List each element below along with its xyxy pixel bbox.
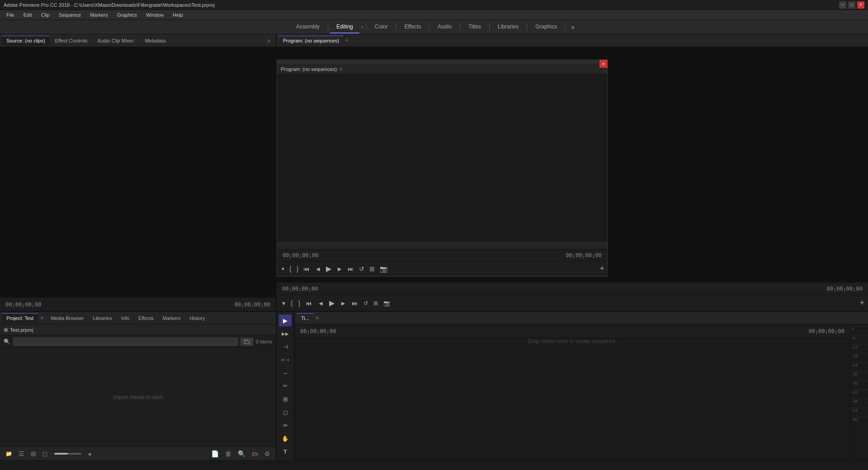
menu-window[interactable]: Window	[142, 11, 167, 19]
list-view-button[interactable]: ☰	[17, 449, 26, 458]
project-search-input[interactable]	[13, 338, 238, 346]
program-panel-tabs: Program: (no sequences) ≡	[277, 34, 868, 47]
tab-program[interactable]: Program: (no sequences)	[278, 36, 344, 45]
ctrl-play-btn[interactable]: ▶	[327, 298, 336, 308]
tab-history[interactable]: History	[185, 314, 209, 323]
program-monitor-close-btn[interactable]: ×	[599, 60, 608, 68]
new-item-button[interactable]: 📄	[209, 449, 221, 458]
close-window-button[interactable]: ×	[857, 1, 864, 9]
new-bin-button[interactable]: 📁	[4, 450, 14, 458]
ctrl-step-back-btn[interactable]: ◄	[316, 299, 326, 308]
freeform-button[interactable]: ◻	[41, 449, 50, 458]
zoom-slider[interactable]	[54, 453, 81, 455]
tab-divider-2	[366, 24, 367, 30]
tab-timeline[interactable]: Ti...	[297, 313, 314, 323]
tab-markers[interactable]: Markers	[158, 314, 185, 323]
pm-ctrl-safe[interactable]: ⊞	[368, 264, 377, 273]
ctrl-safe-margins-btn[interactable]: ⊞	[372, 299, 380, 307]
tool-slip[interactable]: ⊞	[279, 393, 292, 405]
scale-48: -48	[850, 399, 868, 408]
pm-ctrl-play[interactable]: ▶	[324, 263, 333, 274]
pm-ctrl-in[interactable]: {	[288, 264, 293, 273]
program-monitor-header: Program: (no sequences) ≡	[277, 64, 607, 75]
tool-pen[interactable]: ✏	[279, 419, 292, 431]
import-media-button[interactable]: 🗀	[241, 338, 253, 346]
clear-button[interactable]: 🗑	[223, 449, 233, 458]
tab-graphics[interactable]: Graphics	[529, 21, 563, 33]
workspace-more-button[interactable]: »	[567, 22, 578, 33]
maximize-button[interactable]: □	[848, 1, 855, 9]
pm-ctrl-export[interactable]: 📷	[378, 264, 389, 273]
timeline-close-btn[interactable]: ×	[316, 315, 319, 321]
program-panel-menu[interactable]: ≡	[344, 38, 350, 43]
program-add-button[interactable]: +	[859, 298, 864, 308]
tool-select[interactable]: ▶	[279, 315, 292, 326]
tool-ripple[interactable]: ⊣	[279, 341, 292, 352]
ctrl-go-in-btn[interactable]: ⏮	[304, 299, 314, 308]
ctrl-export-frame-btn[interactable]: 📷	[382, 299, 392, 307]
tab-audio[interactable]: Audio	[431, 21, 458, 33]
pm-ctrl-loop[interactable]: ↺	[357, 264, 366, 273]
project-menu-icon[interactable]: ≡	[38, 315, 46, 320]
pm-ctrl-step-fwd[interactable]: ►	[335, 264, 344, 273]
tool-rolling[interactable]: ⊢⊣	[279, 354, 292, 366]
folder-button[interactable]: 🗁	[250, 449, 260, 458]
menu-file[interactable]: File	[3, 11, 18, 19]
find-button[interactable]: 🔍	[236, 449, 247, 458]
settings-button[interactable]: ⚙	[263, 449, 272, 458]
tab-editing[interactable]: Editing	[330, 21, 359, 33]
tool-slide[interactable]: ◻	[279, 406, 292, 418]
menu-edit[interactable]: Edit	[20, 11, 36, 19]
ctrl-loop-btn[interactable]: ↺	[362, 299, 370, 307]
ctrl-step-fwd-btn[interactable]: ►	[338, 299, 348, 308]
tab-effect-controls[interactable]: Effect Controls	[51, 36, 92, 45]
tab-libraries[interactable]: Libraries	[491, 21, 525, 33]
app-container: Adobe Premiere Pro CC 2018 - C:\Users\XM…	[0, 0, 868, 470]
tool-razor[interactable]: ✂	[279, 380, 292, 392]
menu-clip[interactable]: Clip	[38, 11, 53, 19]
menu-help[interactable]: Help	[169, 11, 187, 19]
tool-track-select[interactable]: ▶▶	[279, 328, 292, 339]
source-timecode-right: 00;00;00;00	[235, 301, 270, 308]
tab-metadata[interactable]: Metadata	[141, 36, 170, 45]
pm-ctrl-out[interactable]: }	[295, 264, 301, 273]
tool-rate-stretch[interactable]: ↔	[279, 367, 292, 379]
tool-hand[interactable]: ✋	[279, 432, 292, 444]
pm-ctrl-step-back[interactable]: ◄	[313, 264, 323, 273]
menu-sequence[interactable]: Sequence	[55, 11, 85, 19]
zoom-out-button[interactable]: ◂	[86, 449, 93, 458]
import-media-text: Import media to start	[113, 394, 163, 400]
tab-effects[interactable]: Effects	[398, 21, 427, 33]
menu-bar: File Edit Clip Sequence Markers Graphics…	[0, 10, 868, 20]
tab-media-browser[interactable]: Media Browser	[46, 314, 88, 323]
pm-ctrl-marker[interactable]: ▾	[280, 265, 286, 273]
pm-ctrl-go-out[interactable]: ⏭	[346, 264, 356, 273]
minimize-button[interactable]: ─	[839, 1, 846, 9]
ctrl-in-btn[interactable]: {	[289, 299, 295, 308]
tool-type[interactable]: T	[279, 446, 292, 457]
tab-libraries[interactable]: Libraries	[89, 314, 117, 323]
ctrl-go-out-btn[interactable]: ⏭	[350, 299, 360, 308]
pm-add-button[interactable]: +	[599, 264, 604, 273]
project-file-header: ▣ Test.prproj	[0, 324, 276, 335]
tab-source[interactable]: Source: (no clips)	[2, 36, 50, 45]
pm-ctrl-go-in[interactable]: ⏮	[302, 264, 311, 273]
icon-view-button[interactable]: ⊞	[29, 449, 38, 458]
menu-markers[interactable]: Markers	[86, 11, 112, 19]
tab-project[interactable]: Project: Test	[2, 313, 38, 323]
ctrl-out-btn[interactable]: }	[297, 299, 302, 308]
tab-audio-clip-mixer[interactable]: Audio Clip Mixer:	[93, 36, 140, 45]
scale-18: -18	[850, 353, 868, 362]
program-monitor-menu-icon[interactable]: ≡	[340, 66, 342, 71]
project-panel: Project: Test ≡ Media Browser Libraries …	[0, 312, 277, 460]
tab-assembly[interactable]: Assembly	[290, 21, 326, 33]
program-scrub-bar[interactable]	[277, 241, 607, 249]
source-panel-menu-icon[interactable]: ≡	[264, 36, 274, 45]
tab-info[interactable]: Info	[117, 314, 134, 323]
workspace-bar: Assembly Editing ≡ Color Effects Audio T…	[0, 20, 868, 34]
tab-titles[interactable]: Titles	[462, 21, 487, 33]
tab-effects-panel[interactable]: Effects	[134, 314, 158, 323]
tab-color[interactable]: Color	[368, 21, 394, 33]
menu-graphics[interactable]: Graphics	[113, 11, 141, 19]
ctrl-marker-btn[interactable]: ▾	[280, 299, 287, 308]
